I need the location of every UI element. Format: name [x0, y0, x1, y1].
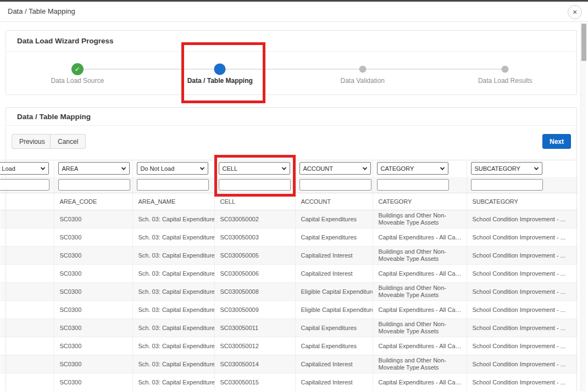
dialog-title: Data / Table Mapping: [8, 7, 75, 15]
table-cell-area-name-row9: Sch. 03: Capital Expenditures: [132, 355, 214, 373]
chevron-down-icon: [281, 165, 286, 170]
column-filter-input-subcategory[interactable]: [471, 179, 543, 191]
table-cell-category-row5: Buildings and Other Non-Moveable Type As…: [373, 283, 467, 301]
wizard-panel-title: Data Load Wizard Progress: [6, 31, 576, 52]
close-button[interactable]: ×: [568, 5, 582, 19]
table-cell-area-name-row8: Sch. 03: Capital Expenditures: [132, 337, 214, 355]
table-cell-category-row4: Capital Expenditures - All Categori...: [373, 265, 467, 283]
mapping-select-cell-cell: CELL: [214, 160, 295, 177]
column-filter-input-area-code[interactable]: [58, 179, 130, 191]
mapping-select-value: Do Not Load: [0, 165, 15, 172]
mapping-select-cell[interactable]: CELL: [219, 162, 290, 175]
table-cell-cell-row5: SC030050008: [214, 283, 295, 301]
column-filter-input-account[interactable]: [299, 179, 371, 191]
column-filter-input-blank[interactable]: [0, 179, 49, 191]
step-label: Data Validation: [291, 77, 434, 85]
mapping-select-cell-area-name: Do Not Load: [132, 160, 214, 177]
wizard-steps: ✓Data Load SourceData / Table MappingDat…: [6, 52, 576, 95]
table-row[interactable]: SC0300Sch. 03: Capital ExpendituresSC030…: [1, 355, 578, 373]
panel-right-border: [576, 159, 577, 391]
mapping-select-area-name[interactable]: Do Not Load: [137, 162, 208, 175]
mapping-select-area-code[interactable]: AREA: [58, 162, 130, 175]
mapping-panel: Data / Table Mapping Previous Cancel Nex…: [5, 107, 577, 391]
table-cell-area-code-row1: SC0300: [54, 210, 132, 228]
table-row[interactable]: SC0300Sch. 03: Capital ExpendituresSC030…: [1, 283, 578, 301]
wizard-step-data-table-mapping[interactable]: Data / Table Mapping: [149, 52, 292, 95]
chevron-down-icon: [440, 165, 444, 170]
table-row[interactable]: SC0300Sch. 03: Capital ExpendituresSC030…: [1, 301, 578, 319]
next-button[interactable]: Next: [542, 134, 571, 149]
table-cell-account-row3: Capitalized Interest: [295, 247, 373, 265]
previous-button[interactable]: Previous: [12, 134, 53, 149]
table-row[interactable]: SC0300Sch. 03: Capital ExpendituresSC030…: [1, 337, 578, 355]
column-filter-input-area-name[interactable]: [137, 179, 209, 191]
table-cell-blank-row7: [1, 319, 54, 337]
mapping-select-value: CATEGORY: [381, 165, 414, 172]
table-cell-account-row6: Eligible Capital Expenditure: [295, 301, 373, 319]
table-cell-area-code-row7: SC0300: [54, 319, 132, 337]
chevron-down-icon: [199, 165, 204, 170]
mapping-select-account[interactable]: ACCOUNT: [299, 162, 371, 175]
filter-cell-blank: [1, 177, 54, 193]
column-filter-input-category[interactable]: [377, 179, 449, 191]
table-cell-cell-row6: SC030050009: [214, 301, 295, 319]
filter-cell-category: [373, 177, 467, 193]
table-cell-subcategory-row5: School Condition Improvement - ...: [467, 283, 578, 301]
table-row[interactable]: SC0300Sch. 03: Capital ExpendituresSC030…: [1, 210, 578, 228]
table-cell-blank-row3: [1, 247, 54, 265]
table-cell-category-row7: Buildings and Other Non-Moveable Type As…: [373, 319, 467, 337]
table-row[interactable]: SC0300Sch. 03: Capital ExpendituresSC030…: [1, 265, 578, 283]
step-current-dot-icon: [214, 64, 226, 75]
mapping-select-value: ACCOUNT: [303, 165, 333, 172]
wizard-step-data-validation[interactable]: Data Validation: [291, 52, 434, 95]
table-cell-blank-row9: [1, 355, 54, 373]
table-row[interactable]: SC0300Sch. 03: Capital ExpendituresSC030…: [1, 319, 578, 337]
table-cell-blank-row8: [1, 337, 54, 355]
cancel-button[interactable]: Cancel: [50, 134, 86, 149]
table-cell-category-row9: Buildings and Other Non-Moveable Type As…: [373, 355, 467, 373]
mapping-select-category[interactable]: CATEGORY: [377, 162, 448, 175]
table-cell-cell-row1: SC030050002: [214, 210, 295, 228]
vertical-scrollbar[interactable]: [580, 23, 586, 391]
chevron-down-icon: [534, 165, 538, 170]
mapping-select-subcategory[interactable]: SUBCATEGORY: [471, 162, 542, 175]
table-cell-subcategory-row2: School Condition Improvement - ...: [467, 228, 578, 247]
table-cell-area-name-row2: Sch. 03: Capital Expenditures: [132, 228, 214, 247]
table-row[interactable]: SC0300Sch. 03: Capital ExpendituresSC030…: [1, 228, 578, 247]
step-complete-check-icon: ✓: [71, 63, 84, 75]
table-cell-area-code-row10: SC0300: [54, 373, 132, 391]
mapping-table-region: Do Not LoadAREADo Not LoadCELLACCOUNTCAT…: [1, 160, 578, 391]
step-pending-dot-icon: [359, 66, 366, 73]
table-cell-blank-row6: [1, 301, 54, 319]
table-cell-area-name-row10: Sch. 03: Capital Expenditures: [132, 373, 214, 391]
table-row[interactable]: SC0300Sch. 03: Capital ExpendituresSC030…: [1, 247, 578, 265]
table-cell-category-row2: Capital Expenditures - All Categori...: [373, 228, 467, 247]
table-cell-cell-row7: SC030050011: [214, 319, 295, 337]
table-cell-category-row1: Buildings and Other Non-Moveable Type As…: [373, 210, 467, 228]
column-filter-input-cell[interactable]: [219, 179, 291, 191]
mapping-select-blank[interactable]: Do Not Load: [0, 162, 49, 175]
table-cell-area-name-row5: Sch. 03: Capital Expenditures: [132, 283, 214, 301]
column-header-account: ACCOUNT: [295, 193, 373, 210]
table-cell-category-row10: Capital Expenditures - All Categori...: [373, 373, 467, 391]
table-cell-account-row10: Capitalized Interest: [295, 373, 373, 391]
table-cell-subcategory-row4: School Condition Improvement - ...: [467, 265, 578, 283]
table-cell-category-row6: Capital Expenditures - All Categori...: [373, 301, 467, 319]
scrollbar-thumb[interactable]: [581, 24, 586, 61]
table-cell-account-row7: Capital Expenditures: [295, 319, 373, 337]
table-cell-blank-row2: [1, 228, 54, 247]
table-row[interactable]: SC0300Sch. 03: Capital ExpendituresSC030…: [1, 373, 578, 391]
chevron-down-icon: [121, 165, 125, 170]
table-cell-account-row2: Capital Expenditures: [295, 228, 373, 247]
wizard-step-data-load-results[interactable]: Data Load Results: [434, 52, 577, 95]
filter-cell-area-name: [132, 177, 214, 193]
wizard-progress-panel: Data Load Wizard Progress ✓Data Load Sou…: [5, 30, 577, 95]
table-cell-cell-row4: SC030050006: [214, 265, 295, 283]
mapping-select-cell-blank: Do Not Load: [1, 160, 54, 177]
mapping-select-cell-area-code: AREA: [54, 160, 132, 177]
mapping-select-cell-category: CATEGORY: [373, 160, 467, 177]
table-cell-account-row1: Capital Expenditures: [295, 210, 373, 228]
table-cell-area-code-row4: SC0300: [54, 265, 132, 283]
table-cell-area-name-row7: Sch. 03: Capital Expenditures: [132, 319, 214, 337]
wizard-step-data-load-source[interactable]: ✓Data Load Source: [6, 52, 149, 95]
